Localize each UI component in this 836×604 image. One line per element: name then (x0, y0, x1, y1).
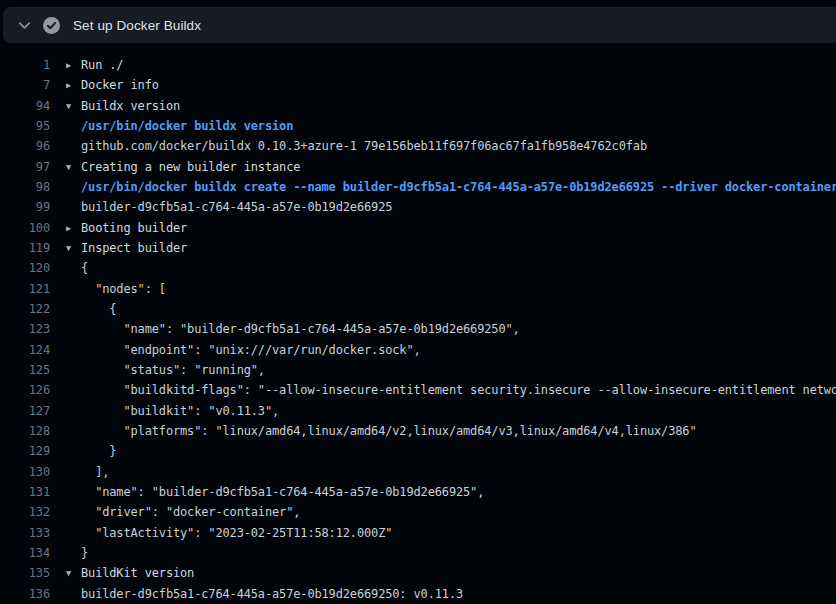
log-group-title[interactable]: Run ./ (81, 58, 123, 72)
chevron-down-icon[interactable] (16, 17, 32, 33)
step-title: Set up Docker Buildx (73, 18, 201, 33)
log-text: { (81, 261, 88, 275)
line-number[interactable]: 130 (0, 465, 50, 479)
line-number[interactable]: 122 (0, 302, 50, 316)
log-viewer: Set up Docker Buildx 1▶Run ./7▶Docker in… (0, 0, 836, 604)
log-line: 129 } (0, 441, 836, 461)
log-text: "buildkit": "v0.11.3", (81, 404, 279, 418)
line-number[interactable]: 136 (0, 587, 50, 601)
log-lines: 1▶Run ./7▶Docker info94▼Buildx version95… (0, 55, 836, 604)
log-line: 130 ], (0, 462, 836, 482)
collapse-group-icon[interactable]: ▼ (66, 568, 79, 578)
line-number[interactable]: 123 (0, 322, 50, 336)
line-number[interactable]: 100 (0, 221, 50, 235)
log-text: "status": "running", (81, 363, 265, 377)
collapse-group-icon[interactable]: ▼ (66, 162, 79, 172)
log-text: /usr/bin/docker buildx version (81, 119, 293, 133)
line-number[interactable]: 127 (0, 404, 50, 418)
line-number[interactable]: 126 (0, 383, 50, 397)
log-line: 127 "buildkit": "v0.11.3", (0, 401, 836, 421)
line-number[interactable]: 95 (0, 119, 50, 133)
line-number[interactable]: 94 (0, 99, 50, 113)
log-line: 97▼Creating a new builder instance (0, 157, 836, 177)
log-line: 124 "endpoint": "unix:///var/run/docker.… (0, 340, 836, 360)
step-header[interactable]: Set up Docker Buildx (3, 7, 836, 43)
log-text: "name": "builder-d9cfb5a1-c764-445a-a57e… (81, 322, 520, 336)
log-line: 94▼Buildx version (0, 96, 836, 116)
log-text: "buildkitd-flags": "--allow-insecure-ent… (81, 383, 836, 397)
log-line: 1▶Run ./ (0, 55, 836, 75)
log-text: } (81, 444, 116, 458)
log-group-title[interactable]: Creating a new builder instance (81, 160, 300, 174)
log-text: builder-d9cfb5a1-c764-445a-a57e-0b19d2e6… (81, 587, 463, 601)
log-line: 7▶Docker info (0, 75, 836, 95)
log-text: } (81, 546, 88, 560)
log-text: "nodes": [ (81, 282, 166, 296)
line-number[interactable]: 134 (0, 546, 50, 560)
log-line: 99builder-d9cfb5a1-c764-445a-a57e-0b19d2… (0, 197, 836, 217)
log-line: 128 "platforms": "linux/amd64,linux/amd6… (0, 421, 836, 441)
log-line: 134} (0, 543, 836, 563)
line-number[interactable]: 125 (0, 363, 50, 377)
log-text: "endpoint": "unix:///var/run/docker.sock… (81, 343, 421, 357)
log-text: { (81, 302, 116, 316)
line-number[interactable]: 121 (0, 282, 50, 296)
log-line: 133 "lastActivity": "2023-02-25T11:58:12… (0, 523, 836, 543)
log-line: 96github.com/docker/buildx 0.10.3+azure-… (0, 136, 836, 156)
log-line: 125 "status": "running", (0, 360, 836, 380)
line-number[interactable]: 120 (0, 261, 50, 275)
line-number[interactable]: 1 (0, 58, 50, 72)
log-group-title[interactable]: Inspect builder (81, 241, 187, 255)
log-text: "lastActivity": "2023-02-25T11:58:12.000… (81, 526, 392, 540)
expand-group-icon[interactable]: ▶ (66, 223, 79, 233)
line-number[interactable]: 129 (0, 444, 50, 458)
line-number[interactable]: 119 (0, 241, 50, 255)
log-text: builder-d9cfb5a1-c764-445a-a57e-0b19d2e6… (81, 200, 392, 214)
line-number[interactable]: 96 (0, 139, 50, 153)
log-group-title[interactable]: Booting builder (81, 221, 187, 235)
log-line: 126 "buildkitd-flags": "--allow-insecure… (0, 380, 836, 400)
log-line: 121 "nodes": [ (0, 279, 836, 299)
line-number[interactable]: 131 (0, 485, 50, 499)
log-group-title[interactable]: Buildx version (81, 99, 180, 113)
log-line: 132 "driver": "docker-container", (0, 502, 836, 522)
log-group-title[interactable]: Docker info (81, 78, 159, 92)
collapse-group-icon[interactable]: ▼ (66, 243, 79, 253)
line-number[interactable]: 132 (0, 505, 50, 519)
log-line: 123 "name": "builder-d9cfb5a1-c764-445a-… (0, 319, 836, 339)
line-number[interactable]: 135 (0, 566, 50, 580)
line-number[interactable]: 97 (0, 160, 50, 174)
log-text: /usr/bin/docker buildx create --name bui… (81, 180, 836, 194)
log-line: 95/usr/bin/docker buildx version (0, 116, 836, 136)
log-text: github.com/docker/buildx 0.10.3+azure-1 … (81, 139, 647, 153)
log-group-title[interactable]: BuildKit version (81, 566, 194, 580)
log-text: "driver": "docker-container", (81, 505, 300, 519)
expand-group-icon[interactable]: ▶ (66, 60, 79, 70)
line-number[interactable]: 124 (0, 343, 50, 357)
log-line: 122 { (0, 299, 836, 319)
expand-group-icon[interactable]: ▶ (66, 80, 79, 90)
log-text: "name": "builder-d9cfb5a1-c764-445a-a57e… (81, 485, 484, 499)
log-line: 135▼BuildKit version (0, 563, 836, 583)
line-number[interactable]: 133 (0, 526, 50, 540)
log-line: 100▶Booting builder (0, 218, 836, 238)
line-number[interactable]: 99 (0, 200, 50, 214)
log-line: 119▼Inspect builder (0, 238, 836, 258)
log-line: 120{ (0, 258, 836, 278)
line-number[interactable]: 128 (0, 424, 50, 438)
log-line: 136builder-d9cfb5a1-c764-445a-a57e-0b19d… (0, 584, 836, 604)
log-line: 131 "name": "builder-d9cfb5a1-c764-445a-… (0, 482, 836, 502)
log-line: 98/usr/bin/docker buildx create --name b… (0, 177, 836, 197)
check-circle-icon (43, 17, 60, 34)
line-number[interactable]: 98 (0, 180, 50, 194)
log-text: ], (81, 465, 109, 479)
line-number[interactable]: 7 (0, 78, 50, 92)
collapse-group-icon[interactable]: ▼ (66, 101, 79, 111)
log-text: "platforms": "linux/amd64,linux/amd64/v2… (81, 424, 697, 438)
